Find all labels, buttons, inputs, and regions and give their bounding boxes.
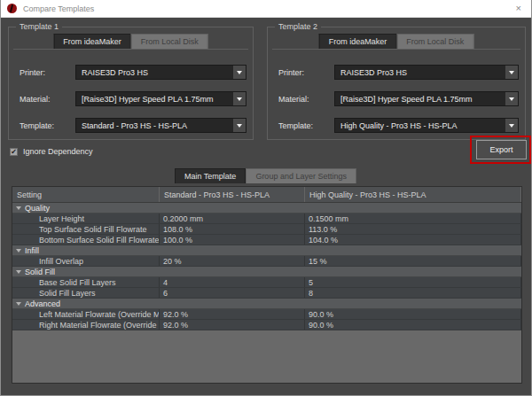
value-cell: 6 <box>160 288 305 298</box>
value-cell: 0.2000 mm <box>160 214 305 223</box>
value-cell: 90.0 % <box>305 320 521 330</box>
setting-label: Bottom Surface Solid Fill Flowrate <box>12 235 160 245</box>
dialog-body: Template 1 From ideaMaker From Local Dis… <box>1 18 531 395</box>
template1-tabbar: From ideaMaker From Local Disk <box>53 34 208 49</box>
collapse-triangle-icon[interactable] <box>16 302 21 306</box>
group-label: Solid Fill <box>12 267 160 276</box>
material-value: [Raise3D] Hyper Speed PLA 1.75mm <box>335 95 505 104</box>
value-cell: 4 <box>160 277 305 287</box>
value-cell: 113.0 % <box>305 224 521 234</box>
value-cell: 100.0 % <box>160 235 305 245</box>
setting-label: Left Material Flowrate (Override Materia… <box>12 309 160 319</box>
window-title: Compare Templates <box>23 4 94 13</box>
dropdown-arrow-button[interactable] <box>232 119 246 132</box>
ignore-dependency-label: Ignore Dependency <box>23 147 93 156</box>
template-value: Standard - Pro3 HS - HS-PLA <box>76 121 232 130</box>
chevron-down-icon <box>509 97 514 101</box>
ignore-dependency-row: ✔ Ignore Dependency <box>10 147 93 156</box>
setting-label: Infill Overlap <box>12 256 160 266</box>
printer-dropdown[interactable]: RAISE3D Pro3 HS <box>334 65 519 80</box>
tab-from-local-disk[interactable]: From Local Disk <box>131 34 208 49</box>
tab-from-ideamaker[interactable]: From ideaMaker <box>319 34 397 49</box>
setting-label: Layer Height <box>12 214 160 223</box>
value-cell <box>160 245 305 255</box>
value-cell <box>160 203 305 213</box>
template-label: Template: <box>278 121 334 130</box>
dropdown-arrow-button[interactable] <box>505 119 518 132</box>
table-row-group[interactable]: Solid Fill <box>12 267 521 277</box>
table-row[interactable]: Infill Overlap 20 % 15 % <box>12 256 521 267</box>
table-row[interactable]: Layer Height 0.2000 mm 0.1500 mm <box>12 214 521 224</box>
table-header: Setting Standard - Pro3 HS - HS-PLA High… <box>12 187 521 203</box>
table-row[interactable]: Base Solid Fill Layers 4 5 <box>12 277 521 288</box>
table-row-group[interactable]: Quality <box>12 203 521 214</box>
value-cell: 104.0 % <box>305 235 521 245</box>
table-empty-area <box>12 330 521 383</box>
dropdown-arrow-button[interactable] <box>505 92 518 105</box>
material-row: Material: [Raise3D] Hyper Speed PLA 1.75… <box>9 91 253 106</box>
tab-main-template[interactable]: Main Template <box>175 168 246 183</box>
value-cell <box>305 267 521 276</box>
column-header-template1: Standard - Pro3 HS - HS-PLA <box>160 187 305 202</box>
template1-tab-divider <box>13 49 248 50</box>
table-row[interactable]: Solid Fill Layers 6 8 <box>12 288 521 299</box>
compare-templates-dialog: Compare Templates × Template 1 From idea… <box>0 0 532 396</box>
template-row: Template: Standard - Pro3 HS - HS-PLA <box>9 118 253 133</box>
value-cell <box>160 267 305 276</box>
value-cell: 20 % <box>160 256 305 266</box>
template2-groupbox: Template 2 From ideaMaker From Local Dis… <box>267 27 526 140</box>
value-cell <box>305 245 521 255</box>
table-row[interactable]: Left Material Flowrate (Override Materia… <box>12 309 521 320</box>
printer-value: RAISE3D Pro3 HS <box>76 68 232 77</box>
material-row: Material: [Raise3D] Hyper Speed PLA 1.75… <box>268 91 525 106</box>
chevron-down-icon <box>237 97 242 101</box>
template-dropdown[interactable]: Standard - Pro3 HS - HS-PLA <box>75 118 246 133</box>
value-cell: 0.1500 mm <box>305 214 521 223</box>
value-cell: 90.0 % <box>305 309 521 319</box>
collapse-triangle-icon[interactable] <box>16 206 21 210</box>
dropdown-arrow-button[interactable] <box>232 66 246 79</box>
ideamaker-logo-icon <box>7 4 17 13</box>
ignore-dependency-checkbox[interactable]: ✔ <box>10 148 18 156</box>
template-dropdown[interactable]: High Quality - Pro3 HS - HS-PLA <box>334 118 519 133</box>
group-label: Quality <box>12 203 160 213</box>
tab-from-ideamaker[interactable]: From ideaMaker <box>53 34 131 49</box>
printer-value: RAISE3D Pro3 HS <box>335 68 505 77</box>
column-header-setting: Setting <box>12 187 160 202</box>
material-dropdown[interactable]: [Raise3D] Hyper Speed PLA 1.75mm <box>75 91 246 106</box>
group-label: Infill <box>12 245 160 255</box>
dropdown-arrow-button[interactable] <box>505 66 518 79</box>
value-cell: 92.0 % <box>160 320 305 330</box>
material-label: Material: <box>20 95 75 104</box>
printer-row: Printer: RAISE3D Pro3 HS <box>268 65 525 80</box>
printer-label: Printer: <box>278 68 334 77</box>
table-row-group[interactable]: Infill <box>12 245 521 256</box>
tab-group-and-layer-settings[interactable]: Group and Layer Settings <box>246 168 356 183</box>
close-icon[interactable]: × <box>512 2 525 15</box>
table-row[interactable]: Bottom Surface Solid Fill Flowrate 100.0… <box>12 235 521 245</box>
collapse-triangle-icon[interactable] <box>16 249 21 252</box>
value-cell <box>160 299 305 308</box>
export-button[interactable]: Export <box>476 140 527 159</box>
tab-from-local-disk[interactable]: From Local Disk <box>396 34 473 49</box>
dropdown-arrow-button[interactable] <box>232 92 246 105</box>
printer-label: Printer: <box>20 68 75 77</box>
setting-label: Top Surface Solid Fill Flowrate <box>12 224 160 234</box>
setting-label: Solid Fill Layers <box>12 288 160 298</box>
setting-label: Right Material Flowrate (Override Materi… <box>12 320 160 330</box>
chevron-down-icon <box>509 71 514 74</box>
column-header-template2: High Quality - Pro3 HS - HS-PLA <box>305 187 521 202</box>
table-row[interactable]: Right Material Flowrate (Override Materi… <box>12 320 521 330</box>
table-row[interactable]: Top Surface Solid Fill Flowrate 108.0 % … <box>12 224 521 235</box>
material-dropdown[interactable]: [Raise3D] Hyper Speed PLA 1.75mm <box>334 91 519 106</box>
chevron-down-icon <box>237 71 242 74</box>
chevron-down-icon <box>237 124 242 128</box>
collapse-triangle-icon[interactable] <box>16 270 21 274</box>
title-bar: Compare Templates × <box>1 0 531 18</box>
template2-tab-divider <box>272 49 520 50</box>
table-row-group[interactable]: Advanced <box>12 299 521 309</box>
comparison-table: Setting Standard - Pro3 HS - HS-PLA High… <box>12 186 522 384</box>
template-label: Template: <box>20 121 75 130</box>
group-label: Advanced <box>12 299 160 308</box>
printer-dropdown[interactable]: RAISE3D Pro3 HS <box>75 65 246 80</box>
